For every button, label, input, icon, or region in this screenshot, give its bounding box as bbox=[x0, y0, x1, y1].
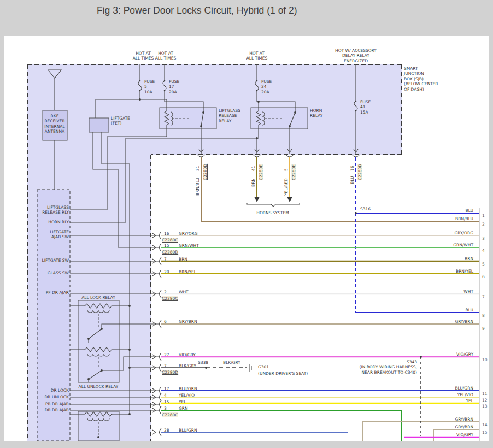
label-pf-dr-ajar: PF DR AJAR bbox=[46, 290, 69, 295]
label-rke: RKE RECEIVER INTERNAL ANTENNA bbox=[44, 114, 64, 134]
label-lconn-c2280d-2[interactable]: C2280D bbox=[162, 370, 178, 375]
label-wire-yelred-v: YEL/RED bbox=[284, 178, 289, 196]
label-fuse-17: FUSE 17 20A bbox=[169, 79, 179, 95]
label-rwire-6: BRN/YEL bbox=[456, 269, 473, 274]
label-lpin-6: 6 bbox=[164, 319, 167, 324]
label-lpin-4: 4 bbox=[164, 393, 167, 398]
label-wire-brn-v: BRN bbox=[251, 178, 256, 187]
label-rpin-5: 5 bbox=[482, 262, 485, 267]
label-hot-3: HOT AT ALL TIMES bbox=[246, 51, 268, 61]
label-rpin-13: 13 bbox=[482, 404, 488, 409]
label-rwire-11: BLU/GRN bbox=[455, 386, 473, 391]
label-lwire-viogry: VIO/GRY bbox=[179, 352, 196, 357]
label-rwire-4: GRN/WHT bbox=[453, 243, 473, 247]
label-s316: S316 bbox=[360, 207, 371, 211]
label-liftglass-relay: LIFTGLASS RELEASE RELAY bbox=[219, 108, 240, 123]
label-rwire-8: BLU bbox=[466, 308, 473, 313]
label-horn-rly: HORN RLY bbox=[48, 220, 69, 225]
label-lpin-7g: 7 bbox=[164, 363, 167, 368]
label-rwire-16: VIO/GRY bbox=[456, 432, 473, 437]
label-pin-31: 31 bbox=[195, 166, 200, 171]
label-pin-5: 5 bbox=[284, 168, 289, 171]
label-fuse-5: FUSE 5 10A bbox=[144, 79, 155, 95]
label-fet: LIFTGATE (FET) bbox=[111, 116, 130, 126]
label-lpin-7: 7 bbox=[164, 257, 167, 262]
label-conn-5[interactable]: C2280E bbox=[291, 164, 296, 180]
label-liftgate-ajar-sw: LIFTGATE AJAR SW bbox=[50, 229, 69, 240]
label-rpin-2: 2 bbox=[482, 222, 485, 227]
label-lpin-2: 2 bbox=[164, 290, 167, 294]
label-lwire-brnyel: BRN/YEL bbox=[179, 269, 196, 274]
label-lpin-3: 3 bbox=[164, 406, 167, 411]
label-dr-unlock: DR UNLOCK bbox=[45, 394, 69, 399]
label-rpin-14: 14 bbox=[482, 422, 488, 427]
label-lconn-c2280c-1[interactable]: C2280C bbox=[162, 238, 178, 243]
label-conn-31[interactable]: C2280D bbox=[203, 164, 208, 180]
label-rpin-9: 9 bbox=[482, 326, 485, 331]
label-s338: S338 bbox=[198, 360, 208, 365]
label-rpin-12: 12 bbox=[482, 398, 488, 403]
label-fuse-41: FUSE 41 15A bbox=[360, 99, 371, 115]
label-g301: G301 bbox=[258, 364, 269, 369]
label-dr-lock: DR LOCK bbox=[51, 388, 69, 393]
label-lwire-blkgry: BLK/GRY bbox=[179, 363, 196, 368]
label-blkgry-2: BLK/GRY bbox=[223, 360, 240, 365]
label-rwire-3: GRY/ORG bbox=[454, 231, 473, 235]
label-rwire-5: BRN bbox=[465, 256, 473, 261]
label-s343: S343 (IN BODY WIRING HARNESS, NEAR BREAK… bbox=[360, 359, 417, 375]
label-all-unlock-relay: ALL UNLOCK RELAY bbox=[79, 384, 119, 389]
label-lwire-grn: GRN bbox=[179, 406, 188, 411]
label-wire-blu-v: BLU bbox=[350, 176, 355, 184]
label-pin-41: 41 bbox=[251, 166, 256, 171]
label-conn-41[interactable]: C2280E bbox=[259, 164, 263, 180]
label-lconn-c2280d-1[interactable]: C2280D bbox=[162, 250, 178, 255]
label-lwire-brn: BRN bbox=[179, 257, 187, 262]
label-all-lock-relay: ALL LOCK RELAY bbox=[81, 295, 115, 300]
label-rpin-8: 8 bbox=[482, 313, 485, 318]
label-hot-4: HOT W/ ACCESSORY DELAY RELAY ENERGIZED bbox=[335, 48, 377, 63]
diagram-labels: HOT AT ALL TIMESHOT AT ALL TIMESHOT AT A… bbox=[0, 0, 493, 448]
label-rwire-2: BRN/BLU bbox=[455, 216, 473, 221]
label-dr-dr-ajar: DR DR AJAR bbox=[45, 408, 69, 412]
label-hot-1: HOT AT ALL TIMES bbox=[133, 51, 154, 61]
label-lwire-wht: WHT bbox=[179, 290, 189, 294]
label-rpin-6: 6 bbox=[482, 274, 485, 279]
label-lwire-blugrn-28: BLU/GRN bbox=[179, 428, 197, 433]
label-lconn-c2280c-3[interactable]: C2280C bbox=[162, 412, 178, 417]
label-lwire-grybrn: GRY/BRN bbox=[179, 319, 197, 324]
label-rwire-15: GRY/BRN bbox=[455, 425, 473, 429]
label-rwire-9: GRY/BRN bbox=[455, 319, 473, 324]
label-rwire-12: YEL/VIO bbox=[457, 392, 473, 397]
label-rpin-4: 4 bbox=[482, 248, 485, 253]
label-lpin-20: 20 bbox=[164, 269, 169, 274]
label-lwire-yel: YEL bbox=[179, 399, 186, 404]
label-horns-system: HORNS SYSTEM bbox=[256, 210, 289, 215]
label-lwire-gryorg: GRY/ORG bbox=[179, 231, 198, 236]
diagram-viewer: Fig 3: Power Door Locks Circuit, Hybrid … bbox=[0, 0, 493, 448]
label-rwire-14: GRY/BRN bbox=[455, 417, 473, 422]
label-lwire-yelvio: YEL/VIO bbox=[179, 393, 195, 398]
label-lpin-15b: 15 bbox=[164, 399, 169, 404]
label-lconn-c2280c-2[interactable]: C2280C bbox=[162, 296, 178, 301]
label-rpin-11: 11 bbox=[482, 391, 488, 396]
label-lpin-17: 17 bbox=[164, 386, 169, 391]
label-lpin-16: 16 bbox=[164, 231, 169, 236]
label-glass-sw: GLASS SW bbox=[48, 270, 69, 275]
label-rwire-7: WHT bbox=[463, 289, 473, 294]
label-lwire-grnwht: GRN/WHT bbox=[179, 243, 199, 248]
label-lpin-15: 15 bbox=[164, 243, 169, 248]
label-pin-16t: 16 bbox=[350, 166, 355, 171]
label-rpin-15: 15 bbox=[482, 430, 488, 435]
label-rpin-3: 3 bbox=[482, 236, 485, 241]
label-sjb: SMART JUNCTION BOX (SJB) (BELOW CENTER O… bbox=[404, 66, 438, 92]
label-hot-2: HOT AT ALL TIMES bbox=[155, 51, 177, 61]
label-lwire-blugrn: BLU/GRN bbox=[179, 386, 197, 391]
label-liftglass-rly: LIFTGLASS RELEASE RLY bbox=[42, 205, 69, 215]
label-liftgate-sw: LIFTGATE SW bbox=[42, 258, 69, 263]
label-lpin-28: 28 bbox=[164, 428, 169, 433]
label-rpin-10: 10 bbox=[482, 357, 488, 362]
label-conn-16t[interactable]: C2280D bbox=[357, 164, 362, 180]
label-lpin-27: 27 bbox=[164, 352, 169, 357]
label-pr-dr-ajar: PR DR AJAR bbox=[45, 402, 69, 406]
label-fuse-24: FUSE 24 20A bbox=[261, 79, 272, 95]
